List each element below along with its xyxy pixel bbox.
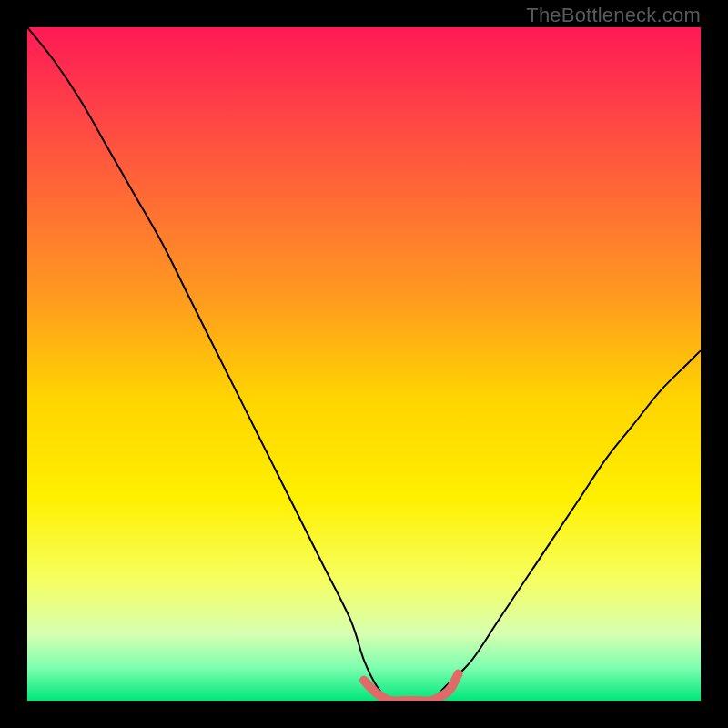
watermark-text: TheBottleneck.com — [526, 4, 701, 27]
bottleneck-chart — [27, 27, 701, 701]
chart-frame: TheBottleneck.com — [0, 0, 728, 728]
plot-area — [27, 27, 701, 701]
gradient-background — [27, 27, 701, 701]
